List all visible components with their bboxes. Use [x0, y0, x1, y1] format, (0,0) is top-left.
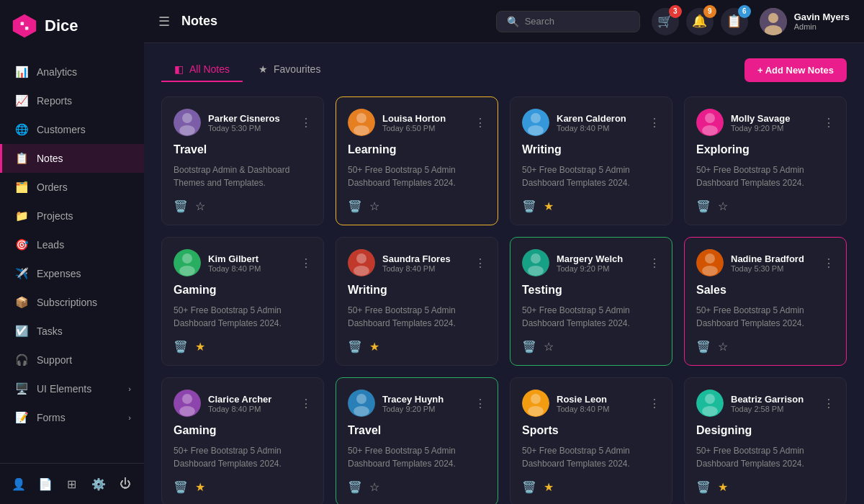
star-note-button[interactable]: ★: [544, 480, 554, 494]
notification-icon-btn[interactable]: 📋 6: [721, 8, 748, 35]
card-user-name: Clarice Archer: [208, 394, 293, 405]
sidebar-bottom: 👤 📄 ⊞ ⚙️ ⏻: [0, 463, 144, 504]
card-user-name: Louisa Horton: [382, 113, 467, 124]
search-box[interactable]: 🔍: [496, 11, 640, 32]
user-bottom-btn[interactable]: 👤: [7, 472, 30, 495]
card-menu-icon[interactable]: ⋮: [649, 256, 660, 270]
star-note-button[interactable]: ★: [369, 340, 379, 354]
star-note-button[interactable]: ☆: [718, 199, 728, 213]
card-avatar: [174, 109, 201, 136]
note-card[interactable]: Beatriz Garrison Today 2:58 PM ⋮ Designi…: [684, 377, 847, 504]
grid-bottom-btn[interactable]: ⊞: [60, 472, 84, 495]
star-note-button[interactable]: ☆: [544, 340, 554, 354]
leads-icon: 🎯: [15, 238, 28, 251]
sidebar-item-ui-elements[interactable]: 🖥️ UI Elements ›: [0, 374, 144, 403]
note-card[interactable]: Rosie Leon Today 8:40 PM ⋮ Sports 50+ Fr…: [510, 377, 672, 504]
sidebar-item-support[interactable]: 🎧 Support: [0, 346, 144, 374]
sidebar-item-customers[interactable]: 🌐 Customers: [0, 115, 144, 144]
logo-area[interactable]: Dice: [0, 0, 144, 52]
sidebar-item-projects[interactable]: 📁 Projects: [0, 202, 144, 230]
support-icon: 🎧: [15, 354, 28, 366]
star-note-button[interactable]: ★: [718, 480, 728, 494]
star-note-button[interactable]: ☆: [195, 199, 205, 213]
card-menu-icon[interactable]: ⋮: [823, 256, 834, 270]
delete-note-button[interactable]: 🗑️: [696, 480, 711, 494]
card-menu-icon[interactable]: ⋮: [474, 397, 486, 410]
star-note-button[interactable]: ★: [544, 199, 554, 213]
star-note-button[interactable]: ☆: [369, 199, 379, 213]
note-card[interactable]: Margery Welch Today 9:20 PM ⋮ Testing 50…: [510, 237, 672, 366]
delete-note-button[interactable]: 🗑️: [348, 199, 362, 213]
tab-favourites[interactable]: ★ Favourites: [246, 58, 333, 82]
add-new-notes-button[interactable]: + Add New Notes: [744, 58, 847, 82]
card-menu-icon[interactable]: ⋮: [474, 256, 486, 270]
card-desc: 50+ Free Bootstrap 5 Admin Dashboard Tem…: [696, 304, 834, 330]
cart-icon-btn[interactable]: 🛒 3: [652, 8, 679, 35]
note-card[interactable]: Parker Cisneros Today 5:30 PM ⋮ Travel B…: [161, 96, 324, 225]
card-actions: 🗑️ ★: [696, 480, 834, 494]
note-card[interactable]: Saundra Flores Today 8:40 PM ⋮ Writing 5…: [336, 237, 498, 366]
delete-note-button[interactable]: 🗑️: [522, 480, 536, 494]
card-menu-icon[interactable]: ⋮: [300, 256, 312, 270]
hamburger-icon[interactable]: ☰: [158, 14, 170, 30]
delete-note-button[interactable]: 🗑️: [696, 199, 711, 213]
note-card[interactable]: Clarice Archer Today 8:40 PM ⋮ Gaming 50…: [161, 377, 324, 504]
card-menu-icon[interactable]: ⋮: [823, 397, 834, 410]
sidebar-item-tasks[interactable]: ☑️ Tasks: [0, 317, 144, 346]
sidebar-item-label: Leads: [37, 239, 64, 251]
card-title: Travel: [174, 143, 312, 156]
sidebar-item-analytics[interactable]: 📊 Analytics: [0, 58, 144, 86]
delete-note-button[interactable]: 🗑️: [696, 340, 711, 354]
star-note-button[interactable]: ★: [195, 480, 205, 494]
card-menu-icon[interactable]: ⋮: [300, 397, 312, 410]
note-card[interactable]: Louisa Horton Today 6:50 PM ⋮ Learning 5…: [336, 96, 498, 225]
card-actions: 🗑️ ☆: [348, 480, 486, 494]
card-desc: 50+ Free Bootstrap 5 Admin Dashboard Tem…: [348, 163, 486, 189]
card-menu-icon[interactable]: ⋮: [649, 397, 660, 410]
sidebar-item-forms[interactable]: 📝 Forms ›: [0, 403, 144, 432]
sidebar-item-subscriptions[interactable]: 📦 Subscriptions: [0, 288, 144, 317]
note-card[interactable]: Nadine Bradford Today 5:30 PM ⋮ Sales 50…: [684, 237, 847, 366]
sidebar-item-orders[interactable]: 🗂️ Orders: [0, 173, 144, 202]
star-note-button[interactable]: ☆: [369, 480, 379, 494]
search-input[interactable]: [525, 16, 626, 27]
star-note-button[interactable]: ★: [195, 340, 205, 354]
card-actions: 🗑️ ★: [348, 340, 486, 354]
card-menu-icon[interactable]: ⋮: [823, 116, 834, 130]
power-bottom-btn[interactable]: ⏻: [114, 472, 137, 495]
card-menu-icon[interactable]: ⋮: [474, 116, 486, 130]
star-note-button[interactable]: ☆: [718, 340, 728, 354]
card-user-info: Karen Calderon Today 8:40 PM: [557, 113, 642, 132]
tab-all-notes[interactable]: ◧ All Notes: [161, 58, 243, 82]
card-time: Today 5:30 PM: [208, 124, 293, 132]
files-bottom-btn[interactable]: 📄: [34, 472, 57, 495]
sidebar-item-notes[interactable]: 📋 Notes: [0, 144, 144, 173]
note-card[interactable]: Tracey Huynh Today 9:20 PM ⋮ Travel 50+ …: [336, 377, 498, 504]
sidebar-item-reports[interactable]: 📈 Reports: [0, 86, 144, 115]
card-menu-icon[interactable]: ⋮: [649, 116, 660, 130]
card-header: Clarice Archer Today 8:40 PM ⋮: [174, 390, 312, 417]
delete-note-button[interactable]: 🗑️: [348, 340, 362, 354]
user-area[interactable]: Gavin Myers Admin: [760, 8, 850, 35]
delete-note-button[interactable]: 🗑️: [522, 199, 536, 213]
delete-note-button[interactable]: 🗑️: [348, 480, 362, 494]
sidebar-item-leads[interactable]: 🎯 Leads: [0, 230, 144, 259]
delete-note-button[interactable]: 🗑️: [174, 340, 188, 354]
delete-note-button[interactable]: 🗑️: [522, 340, 536, 354]
card-header: Louisa Horton Today 6:50 PM ⋮: [348, 109, 486, 136]
settings-bottom-btn[interactable]: ⚙️: [87, 472, 110, 495]
note-card[interactable]: Karen Calderon Today 8:40 PM ⋮ Writing 5…: [510, 96, 672, 225]
note-card[interactable]: Kim Gilbert Today 8:40 PM ⋮ Gaming 50+ F…: [161, 237, 324, 366]
sidebar-item-label: Analytics: [37, 66, 77, 78]
card-actions: 🗑️ ☆: [174, 199, 312, 213]
note-card[interactable]: Molly Savage Today 9:20 PM ⋮ Exploring 5…: [684, 96, 847, 225]
analytics-icon: 📊: [15, 66, 28, 78]
sidebar-item-label: Customers: [37, 124, 86, 135]
header-icons: 🛒 3 🔔 9 📋 6: [652, 8, 748, 35]
card-menu-icon[interactable]: ⋮: [300, 116, 312, 130]
sidebar-item-expenses[interactable]: ✈️ Expenses: [0, 259, 144, 288]
delete-note-button[interactable]: 🗑️: [174, 199, 188, 213]
alert-icon-btn[interactable]: 🔔 9: [686, 8, 714, 35]
delete-note-button[interactable]: 🗑️: [174, 480, 188, 494]
expand-arrow-icon: ›: [128, 413, 131, 422]
